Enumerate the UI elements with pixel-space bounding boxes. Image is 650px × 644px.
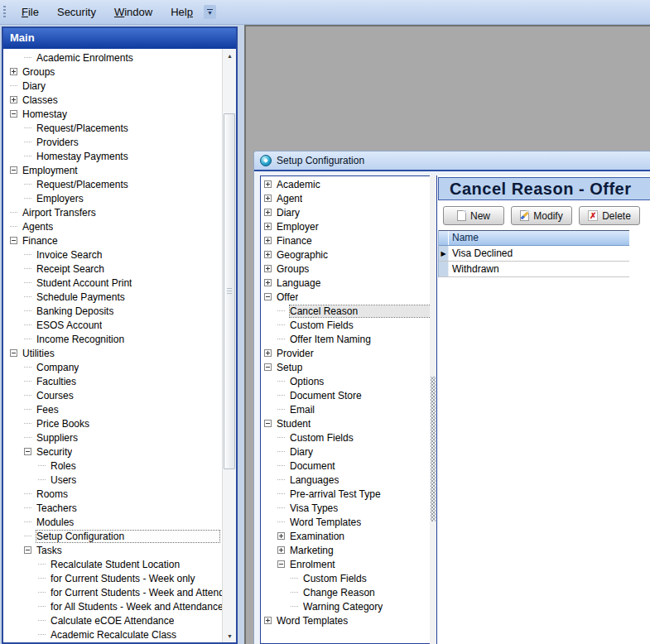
tree-item-airport-transfers[interactable]: Airport Transfers [3,205,222,219]
tree-item-finance[interactable]: Finance [261,233,434,248]
expand-plus-icon[interactable] [264,195,272,202]
tree-item-academic-recalculate-class[interactable]: Academic Recalculate Class [3,627,222,642]
toolbar-grip[interactable] [3,6,6,19]
delete-button[interactable]: Delete [579,206,640,225]
expand-plus-icon[interactable] [264,223,272,230]
tree-item-homestay[interactable]: Homestay [3,107,222,121]
tree-item-enrolment[interactable]: Enrolment [261,557,434,571]
tree-item-document-store[interactable]: Document Store [261,388,434,402]
table-row-visa-declined[interactable]: ▶Visa Declined [439,246,629,262]
tree-item-calculate-ecoe-attendance[interactable]: Calculate eCOE Attendance [3,613,222,627]
expand-plus-icon[interactable] [10,68,17,75]
new-button[interactable]: New [443,206,504,225]
tree-item-banking-deposits[interactable]: Banking Deposits [3,304,222,318]
expand-plus-icon[interactable] [264,209,272,216]
tree-item-recalculate-student-location[interactable]: Recalculate Student Location [3,557,222,571]
tree-item-groups[interactable]: Groups [3,65,222,79]
collapse-minus-icon[interactable] [264,363,272,371]
collapse-minus-icon[interactable] [264,293,272,300]
tree-item-marketing[interactable]: Marketing [261,543,434,557]
tree-item-fees[interactable]: Fees [3,402,222,416]
tree-item-company[interactable]: Company [3,360,222,374]
tree-item-diary[interactable]: Diary [261,445,434,459]
tree-item-employers[interactable]: Employers [3,191,222,205]
expand-plus-icon[interactable] [264,251,272,258]
collapse-minus-icon[interactable] [10,349,17,357]
tree-item-request-placements[interactable]: Request/Placements [3,177,222,191]
tree-item-rooms[interactable]: Rooms [3,487,222,501]
tree-item-modules[interactable]: Modules [3,515,222,529]
tree-item-change-reason[interactable]: Change Reason [261,585,434,599]
tree-item-examination[interactable]: Examination [261,529,434,543]
tree-item-custom-fields[interactable]: Custom Fields [261,318,434,332]
tree-item-income-recognition[interactable]: Income Recognition [3,332,222,346]
column-header-name[interactable]: Name [449,231,629,245]
menu-item-file[interactable]: File [12,2,48,22]
tree-item-classes[interactable]: Classes [3,93,222,107]
tree-item-setup-configuration[interactable]: Setup Configuration [3,529,222,543]
tree-item-groups[interactable]: Groups [261,262,434,276]
tree-item-teachers[interactable]: Teachers [3,501,222,515]
tree-item-word-templates[interactable]: Word Templates [261,515,434,529]
expand-plus-icon[interactable] [264,279,272,286]
tree-item-courses[interactable]: Courses [3,388,222,402]
expand-plus-icon[interactable] [277,532,285,540]
tree-item-users[interactable]: Users [3,473,222,487]
tree-item-setup[interactable]: Setup [261,360,434,374]
tree-item-provider[interactable]: Provider [261,346,434,360]
tree-item-price-books[interactable]: Price Books [3,416,222,430]
tree-item-word-templates[interactable]: Word Templates [261,613,434,627]
tree-item-schedule-payments[interactable]: Schedule Payments [3,290,222,304]
tree-item-finance[interactable]: Finance [3,233,222,248]
scrollbar-thumb[interactable] [224,113,235,469]
tree-item-visa-types[interactable]: Visa Types [261,501,434,515]
expand-plus-icon[interactable] [264,265,272,272]
collapse-minus-icon[interactable] [10,166,17,174]
expand-plus-icon[interactable] [277,546,285,554]
tree-item-email[interactable]: Email [261,402,434,416]
modify-button[interactable]: Modify [511,206,572,225]
tree-item-cancel-reason[interactable]: Cancel Reason [261,304,434,318]
collapse-minus-icon[interactable] [24,546,31,554]
tree-item-homestay-payments[interactable]: Homestay Payments [3,149,222,163]
tree-item-invoice-search[interactable]: Invoice Search [3,248,222,262]
expand-plus-icon[interactable] [264,180,272,188]
toolbar-overflow-button[interactable] [204,5,216,19]
tree-item-faculties[interactable]: Faculties [3,374,222,388]
tree-item-student[interactable]: Student [261,416,434,430]
tree-item-warning-category[interactable]: Warning Category [261,599,434,613]
tree-item-employer[interactable]: Employer [261,219,434,233]
tree-item-pre-arrival-test-type[interactable]: Pre-arrival Test Type [261,487,434,501]
collapse-minus-icon[interactable] [277,560,285,568]
scroll-down-icon[interactable]: ▼ [223,629,237,642]
tree-item-languages[interactable]: Languages [261,473,434,487]
collapse-minus-icon[interactable] [264,420,272,427]
tree-item-receipt-search[interactable]: Receipt Search [3,262,222,276]
tree-item-student-account-print[interactable]: Student Account Print [3,276,222,290]
tree-item-security[interactable]: Security [3,445,222,459]
tree-item-language[interactable]: Language [261,276,434,290]
collapse-minus-icon[interactable] [10,237,17,244]
tree-item-academic-enrolments[interactable]: Academic Enrolments [3,50,222,65]
splitter[interactable] [430,175,436,644]
tree-item-custom-fields[interactable]: Custom Fields [261,430,434,445]
tree-item-suppliers[interactable]: Suppliers [3,430,222,445]
tree-item-roles[interactable]: Roles [3,459,222,473]
tree-item-offer[interactable]: Offer [261,290,434,304]
dialog-titlebar[interactable]: Setup Configuration [254,151,650,171]
tree-item-for-all-students-week-and-attendance[interactable]: for All Students - Week and Attendance [3,599,222,613]
menu-item-help[interactable]: Help [161,2,202,22]
tree-item-agent[interactable]: Agent [261,191,434,205]
tree-item-employment[interactable]: Employment [3,163,222,177]
tree-item-esos-account[interactable]: ESOS Account [3,318,222,332]
expand-plus-icon[interactable] [264,349,272,357]
tree-item-tasks[interactable]: Tasks [3,543,222,557]
splitter-handle[interactable] [431,377,436,521]
menu-item-security[interactable]: Security [48,2,105,22]
tree-item-providers[interactable]: Providers [3,135,222,149]
tree-item-custom-fields[interactable]: Custom Fields [261,571,434,585]
main-tree-scrollbar[interactable]: ▲ ▼ [222,49,236,642]
collapse-minus-icon[interactable] [10,110,17,118]
menu-item-window[interactable]: Window [105,2,161,22]
tree-item-for-current-students-week-and-attendan[interactable]: for Current Students - Week and Attendan [3,585,222,599]
